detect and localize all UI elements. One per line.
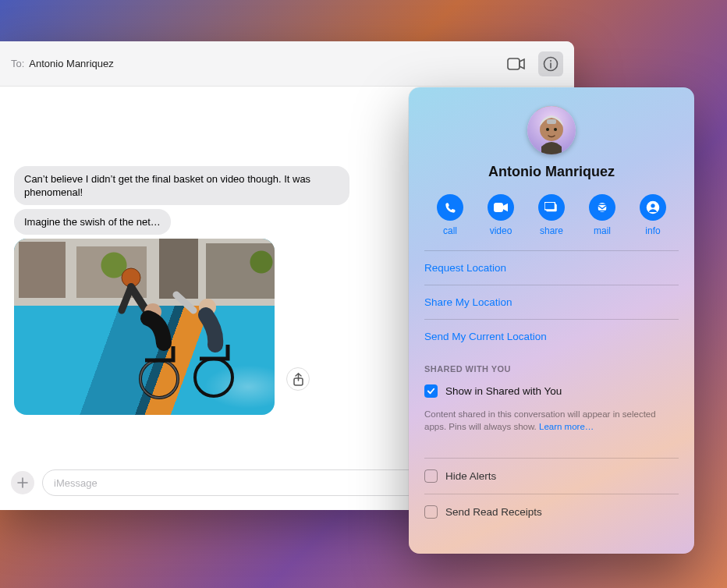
to-label: To: bbox=[11, 58, 24, 69]
svg-point-2 bbox=[550, 60, 551, 62]
details-info-button[interactable] bbox=[538, 51, 563, 76]
svg-rect-17 bbox=[544, 202, 555, 210]
titlebar-actions bbox=[504, 51, 563, 76]
svg-rect-12 bbox=[547, 119, 556, 124]
photo-illustration bbox=[108, 264, 248, 404]
send-read-receipts-label: Send Read Receipts bbox=[445, 506, 542, 518]
checkbox-empty-icon bbox=[424, 469, 438, 483]
checkbox-checked-icon bbox=[424, 384, 438, 398]
shared-section-label: SHARED WITH YOU bbox=[424, 353, 679, 381]
apps-plus-button[interactable] bbox=[11, 471, 34, 494]
mail-icon bbox=[589, 194, 615, 221]
mail-label: mail bbox=[594, 225, 611, 236]
show-shared-checkbox[interactable]: Show in Shared with You bbox=[424, 381, 679, 409]
contact-actions: call video share mail bbox=[409, 194, 694, 250]
info-label: info bbox=[645, 225, 660, 236]
request-location-link[interactable]: Request Location bbox=[424, 251, 679, 285]
svg-rect-0 bbox=[508, 58, 520, 69]
share-my-location-link[interactable]: Share My Location bbox=[424, 285, 679, 319]
to-field: To: Antonio Manriquez bbox=[11, 58, 114, 69]
share-action[interactable]: share bbox=[530, 194, 573, 236]
svg-point-13 bbox=[546, 128, 549, 131]
incoming-image-message[interactable] bbox=[14, 239, 275, 415]
titlebar: To: Antonio Manriquez bbox=[0, 41, 574, 87]
show-shared-label: Show in Shared with You bbox=[445, 385, 562, 397]
info-action[interactable]: info bbox=[632, 194, 674, 236]
shared-help-text: Content shared in this conversation will… bbox=[424, 409, 679, 458]
basketball-photo bbox=[14, 239, 275, 415]
to-value: Antonio Manriquez bbox=[29, 58, 113, 69]
contact-name: Antonio Manriquez bbox=[409, 164, 694, 180]
video-icon bbox=[488, 194, 514, 221]
contact-avatar[interactable] bbox=[527, 106, 576, 154]
incoming-message[interactable]: Imagine the swish of the net… bbox=[14, 209, 171, 235]
mail-action[interactable]: mail bbox=[581, 194, 623, 236]
checkbox-empty-icon bbox=[424, 505, 438, 519]
popover-list: Request Location Share My Location Send … bbox=[409, 250, 694, 519]
video-action[interactable]: video bbox=[480, 194, 522, 236]
phone-icon bbox=[437, 194, 463, 221]
svg-rect-15 bbox=[494, 203, 503, 212]
svg-point-14 bbox=[554, 128, 557, 131]
details-popover: Antonio Manriquez call video share bbox=[409, 87, 694, 554]
call-label: call bbox=[443, 225, 457, 236]
svg-point-8 bbox=[195, 359, 232, 396]
incoming-message[interactable]: Can’t believe I didn’t get the final bas… bbox=[14, 166, 349, 205]
learn-more-link[interactable]: Learn more… bbox=[539, 422, 594, 431]
hide-alerts-checkbox[interactable]: Hide Alerts bbox=[424, 459, 679, 494]
contact-card-icon bbox=[640, 194, 666, 221]
screenshare-icon bbox=[538, 194, 565, 221]
share-image-button[interactable] bbox=[286, 367, 310, 391]
share-label: share bbox=[540, 225, 563, 236]
hide-alerts-label: Hide Alerts bbox=[445, 470, 496, 482]
send-current-location-link[interactable]: Send My Current Location bbox=[424, 320, 679, 353]
facetime-video-button[interactable] bbox=[504, 51, 529, 76]
svg-point-21 bbox=[651, 204, 654, 207]
call-action[interactable]: call bbox=[429, 194, 471, 236]
send-read-receipts-checkbox[interactable]: Send Read Receipts bbox=[424, 494, 679, 519]
video-label: video bbox=[490, 225, 512, 236]
